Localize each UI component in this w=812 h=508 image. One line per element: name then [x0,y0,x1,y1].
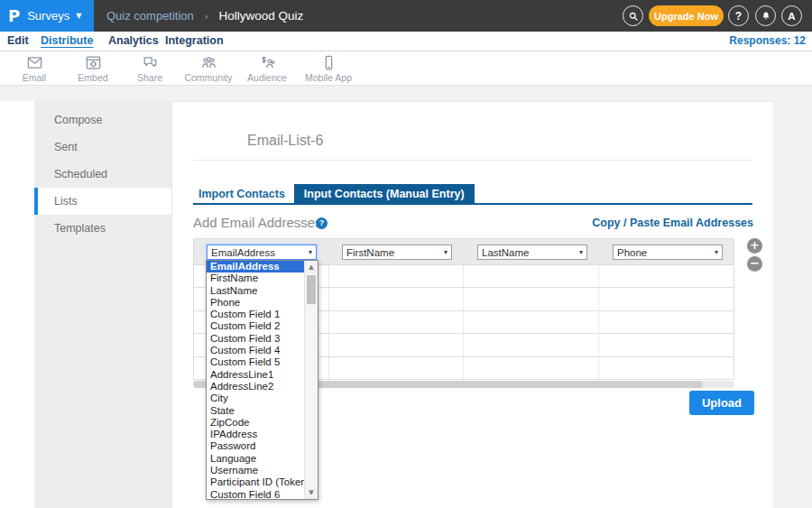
left-gutter [0,101,34,508]
top-bar: P Surveys ▼ Quiz competition › Hollywood… [0,0,812,32]
minus-icon: − [750,256,760,270]
dropdown-option[interactable]: Custom Field 1 [207,309,304,320]
dropdown-option[interactable]: Language [207,453,304,465]
dropdown-option[interactable]: Participant ID (Tokens) [207,476,304,488]
toolbar-label: Community [184,72,232,83]
scroll-down-arrow-icon[interactable]: ▼ [305,486,318,499]
dropdown-option[interactable]: EmailAddress [207,261,304,272]
cell-input[interactable] [329,357,465,379]
column-select-phone[interactable]: Phone ▾ [613,245,723,260]
cell-input[interactable] [599,288,734,309]
dropdown-scrollbar[interactable]: ▲ ▼ [304,261,318,499]
dropdown-option[interactable]: FirstName [207,272,304,284]
dropdown-option[interactable]: ZipCode [207,417,304,429]
menu-item-integration[interactable]: Integration [165,32,224,51]
selected-option: LastName [482,247,529,258]
column-select-last-name[interactable]: LastName ▾ [477,245,587,260]
tab-input-contacts-manual-entry[interactable]: Input Contacts (Manual Entry) [294,184,475,205]
notifications-button[interactable] [755,5,776,26]
column-select-first-name[interactable]: FirstName ▾ [342,245,452,260]
toolbar-item-audience[interactable]: Audience [235,54,299,83]
divider [193,160,752,161]
sidebar-item-sent[interactable]: Sent [34,134,171,161]
dropdown-option[interactable]: AddressLine2 [207,381,304,393]
section-title: Add Email Addresses [193,215,322,230]
cell-input[interactable] [464,311,599,333]
cell-input[interactable] [329,265,465,287]
toolbar-item-share[interactable]: Share [118,54,181,83]
tab-import-contacts[interactable]: Import Contacts [193,184,294,205]
dropdown-option[interactable]: IPAddress [207,429,304,440]
surveys-menu[interactable]: P Surveys ▼ [0,0,94,32]
main-panel: Email-List-6 Import Contacts Input Conta… [171,101,773,508]
content-area: Compose Sent Scheduled Lists Templates E… [0,86,812,508]
bell-icon [761,11,771,22]
dropdown-scrollbar-thumb[interactable] [307,275,316,304]
toolbar-item-embed[interactable]: Embed [61,54,125,83]
toolbar-label: Mobile App [305,72,352,83]
responses-count[interactable]: Responses: 12 [729,32,806,51]
chevron-down-icon: ▼ [76,12,81,20]
dropdown-option[interactable]: LastName [207,285,304,297]
dropdown-option[interactable]: Password [207,440,304,452]
cell-input[interactable] [464,265,599,287]
cell-input[interactable] [599,334,734,356]
cell-input[interactable] [329,288,465,309]
breadcrumb-current: Hollywood Quiz [218,9,303,23]
dropdown-option-list: EmailAddress FirstName LastName Phone Cu… [207,261,304,499]
copy-paste-email-addresses-link[interactable]: Copy / Paste Email Addresses [592,217,753,229]
breadcrumb: Quiz competition › Hollywood Quiz [106,0,303,32]
people-group-icon [200,54,217,71]
avatar[interactable]: A [781,5,802,26]
help-button[interactable]: ? [728,5,749,26]
dropdown-option[interactable]: Custom Field 4 [207,345,304,356]
dropdown-option[interactable]: Phone [207,297,304,309]
toolbar-item-email[interactable]: Email [3,54,66,83]
dropdown-option[interactable]: Custom Field 6 [207,489,304,499]
chevron-down-icon: ▾ [444,248,448,256]
selected-option: FirstName [346,247,394,258]
dropdown-option[interactable]: City [207,393,304,404]
cell-input[interactable] [464,357,599,379]
upgrade-now-label: Upgrade Now [654,11,718,22]
distribute-toolbar: Email Embed Share Community Audience Mob… [0,51,812,86]
upgrade-now-button[interactable]: Upgrade Now [649,5,724,26]
cell-input[interactable] [464,334,599,356]
cell-input[interactable] [464,288,599,309]
sidebar-item-lists[interactable]: Lists [34,188,171,215]
smartphone-icon [320,54,337,71]
dropdown-option[interactable]: AddressLine1 [207,369,304,381]
menu-item-edit[interactable]: Edit [7,32,29,51]
menu-item-distribute[interactable]: Distribute [41,32,93,51]
questionpro-logo: P [8,6,20,25]
embed-window-icon [85,54,102,71]
cell-input[interactable] [599,265,734,287]
dropdown-option[interactable]: State [207,405,304,417]
scroll-up-arrow-icon[interactable]: ▲ [305,261,318,273]
add-column-button[interactable]: + [747,238,762,254]
breadcrumb-parent[interactable]: Quiz competition [106,9,194,23]
dropdown-option[interactable]: Username [207,465,304,476]
dropdown-option[interactable]: Custom Field 5 [207,356,304,368]
toolbar-label: Embed [78,72,107,83]
avatar-initial: A [788,11,795,22]
sidebar-item-templates[interactable]: Templates [34,215,171,242]
dropdown-option[interactable]: Custom Field 2 [207,320,304,332]
upload-button[interactable]: Upload [689,391,754,415]
menu-item-analytics[interactable]: Analytics [108,32,159,51]
search-button[interactable] [623,5,643,26]
sidebar-item-scheduled[interactable]: Scheduled [34,161,171,188]
cell-input[interactable] [329,311,465,333]
cell-input[interactable] [599,311,734,333]
column-select-email-address[interactable]: EmailAddress ▾ [207,245,317,260]
sidebar-item-compose[interactable]: Compose [34,106,171,134]
column-field-dropdown: EmailAddress FirstName LastName Phone Cu… [206,260,318,500]
cell-input[interactable] [599,357,734,379]
tab-underline [193,203,752,205]
cell-input[interactable] [329,334,465,356]
toolbar-item-community[interactable]: Community [177,54,240,83]
dropdown-option[interactable]: Custom Field 3 [207,333,304,345]
toolbar-item-mobile-app[interactable]: Mobile App [297,54,360,83]
help-tooltip-icon[interactable]: ? [316,217,328,229]
remove-column-button[interactable]: − [747,256,762,272]
